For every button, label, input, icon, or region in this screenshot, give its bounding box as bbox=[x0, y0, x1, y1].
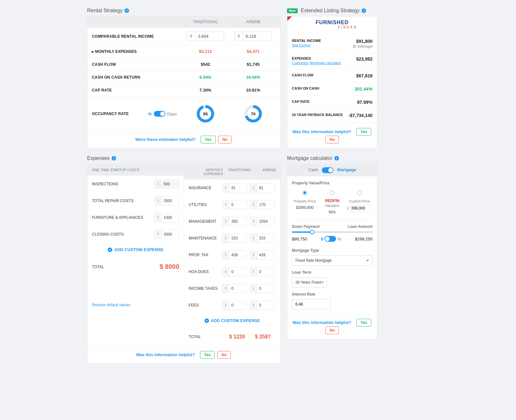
trad-occupancy-donut: 95 bbox=[197, 105, 214, 122]
fees-trad-input[interactable] bbox=[229, 301, 247, 310]
air-occupancy-donut: 70 bbox=[244, 105, 262, 122]
chevron-down-icon bbox=[366, 260, 369, 261]
mortgage-calculator-title: Mortgage calculator i bbox=[287, 155, 377, 161]
extended-listing-title: New Extended Listing Strategy i bbox=[287, 8, 377, 14]
traditional-income-input[interactable] bbox=[195, 32, 224, 41]
mortgage-calc-link[interactable]: Mortgage calculator bbox=[310, 61, 341, 65]
yes-button[interactable]: Yes bbox=[356, 128, 372, 136]
extended-listing-card: FURNISHED FINDER RENTAL INCOMESee Comps … bbox=[287, 16, 377, 148]
inspections-input[interactable] bbox=[161, 180, 179, 189]
row-label: COMPARABLE RENTAL INCOME bbox=[92, 34, 180, 39]
yes-button[interactable]: Yes bbox=[356, 319, 372, 327]
insurance-air-input[interactable] bbox=[257, 183, 275, 192]
no-button[interactable]: No bbox=[325, 136, 339, 143]
maint-trad-input[interactable] bbox=[229, 234, 247, 243]
insurance-trad-input[interactable] bbox=[229, 183, 247, 192]
add-custom-expense-button[interactable]: +ADD CUSTOM EXPENSE bbox=[184, 314, 280, 327]
plus-icon: + bbox=[108, 248, 112, 252]
yes-button[interactable]: Yes bbox=[201, 136, 216, 143]
info-icon[interactable]: i bbox=[362, 8, 366, 13]
cash-mortgage-toggle[interactable] bbox=[322, 167, 333, 173]
col-airbnb: AIRBNB bbox=[231, 20, 276, 24]
proptax-trad-input[interactable] bbox=[229, 250, 247, 259]
custom-price-radio[interactable] bbox=[357, 190, 362, 195]
maint-air-input[interactable] bbox=[257, 234, 275, 243]
chevron-down-icon bbox=[321, 282, 324, 283]
no-button[interactable]: No bbox=[218, 136, 232, 143]
mgmt-air-input[interactable] bbox=[257, 217, 275, 226]
hoa-air-input[interactable] bbox=[257, 267, 275, 276]
interest-rate-input[interactable] bbox=[292, 299, 331, 309]
closing-input[interactable] bbox=[161, 230, 179, 239]
expenses-title: Expenses i bbox=[87, 155, 281, 161]
down-payment-slider[interactable] bbox=[292, 231, 372, 233]
furnished-finder-logo: FURNISHED FINDER bbox=[287, 16, 377, 35]
info-icon[interactable]: i bbox=[334, 156, 339, 161]
customize-link[interactable]: Customize bbox=[292, 61, 309, 65]
plus-icon: + bbox=[204, 318, 209, 323]
yes-button[interactable]: Yes bbox=[200, 351, 215, 359]
itax-trad-input[interactable] bbox=[229, 284, 247, 293]
redfin-radio[interactable] bbox=[330, 190, 334, 195]
info-icon[interactable]: i bbox=[124, 8, 129, 13]
col-traditional: TRADITIONAL bbox=[183, 20, 228, 24]
loan-term-select[interactable]: 30 Years Fixed bbox=[292, 277, 327, 288]
mgmt-trad-input[interactable] bbox=[229, 217, 247, 226]
utilities-trad-input[interactable] bbox=[229, 200, 247, 209]
itax-air-input[interactable] bbox=[257, 284, 275, 293]
monthly-expenses-toggle[interactable]: ▸ MONTHLY EXPENSES bbox=[92, 49, 180, 54]
no-button[interactable]: No bbox=[325, 327, 339, 334]
airbnb-income-input[interactable] bbox=[243, 32, 272, 41]
mortgage-calculator-card: Cash Mortgage Property Value/Price Prope… bbox=[287, 164, 377, 339]
trad-expenses: $3,112 bbox=[183, 49, 228, 54]
rental-strategy-card: TRADITIONAL AIRBNB COMPARABLE RENTAL INC… bbox=[87, 16, 281, 148]
expenses-card: ONE TIME STARTUP COSTS INSPECTIONS$ TOTA… bbox=[87, 164, 281, 364]
utilities-air-input[interactable] bbox=[257, 200, 275, 209]
furniture-input[interactable] bbox=[161, 213, 179, 222]
dollar-percent-toggle[interactable] bbox=[324, 236, 336, 242]
see-comps-link[interactable]: See Comps bbox=[292, 43, 310, 47]
repair-input[interactable] bbox=[161, 196, 179, 205]
air-expenses: $4,471 bbox=[231, 49, 276, 54]
info-icon[interactable]: i bbox=[112, 156, 116, 161]
rental-strategy-title: Rental Strategy i bbox=[87, 8, 281, 14]
mortgage-type-select[interactable]: Fixed Rate Mortgage bbox=[292, 255, 372, 266]
custom-price-input[interactable] bbox=[349, 204, 372, 212]
occupancy-toggle[interactable] bbox=[154, 111, 165, 117]
property-price-radio[interactable] bbox=[303, 190, 307, 195]
add-custom-expense-button[interactable]: +ADD CUSTOM EXPENSE bbox=[87, 243, 184, 257]
hoa-trad-input[interactable] bbox=[229, 267, 247, 276]
fees-air-input[interactable] bbox=[257, 301, 275, 310]
restore-defaults-link[interactable]: Restore default values bbox=[87, 303, 184, 313]
no-button[interactable]: No bbox=[217, 351, 231, 359]
proptax-air-input[interactable] bbox=[257, 250, 275, 259]
